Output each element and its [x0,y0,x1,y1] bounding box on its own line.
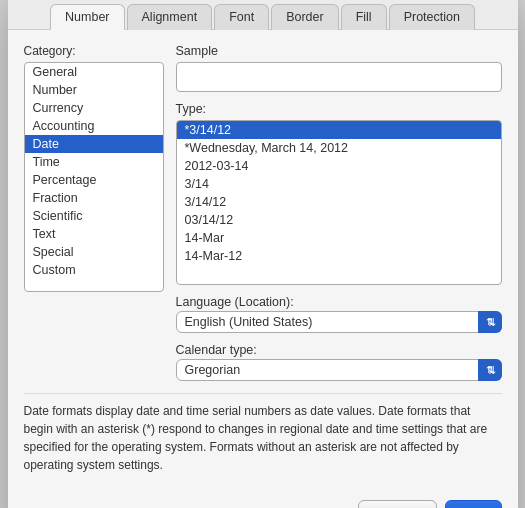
tab-fill[interactable]: Fill [341,4,387,30]
dialog-content: Category: GeneralNumberCurrencyAccountin… [8,30,518,492]
category-panel: Category: GeneralNumberCurrencyAccountin… [24,44,164,381]
sample-label: Sample [176,44,502,58]
language-row: Language (Location): English (United Sta… [176,295,502,333]
category-item-number[interactable]: Number [25,81,163,99]
language-select[interactable]: English (United States) [176,311,502,333]
type-section: Type: *3/14/12*Wednesday, March 14, 2012… [176,102,502,285]
type-item[interactable]: 14-Mar [177,229,501,247]
calendar-label: Calendar type: [176,343,502,357]
tab-protection[interactable]: Protection [389,4,475,30]
type-item[interactable]: 3/14/12 [177,193,501,211]
calendar-select[interactable]: Gregorian [176,359,502,381]
category-item-text[interactable]: Text [25,225,163,243]
type-item[interactable]: *3/14/12 [177,121,501,139]
tab-number[interactable]: Number [50,4,124,30]
calendar-dropdown-wrapper: Gregorian ⇅ [176,359,502,381]
title-bar: Format Cells NumberAlignmentFontBorderFi… [8,0,518,30]
type-item[interactable]: *Wednesday, March 14, 2012 [177,139,501,157]
type-item[interactable]: 03/14/12 [177,211,501,229]
main-row: Category: GeneralNumberCurrencyAccountin… [24,44,502,381]
type-item[interactable]: 3/14 [177,175,501,193]
category-item-currency[interactable]: Currency [25,99,163,117]
category-item-fraction[interactable]: Fraction [25,189,163,207]
type-label: Type: [176,102,502,116]
category-item-custom[interactable]: Custom [25,261,163,279]
right-panel: Sample Type: *3/14/12*Wednesday, March 1… [176,44,502,381]
tab-font[interactable]: Font [214,4,269,30]
calendar-row: Calendar type: Gregorian ⇅ [176,343,502,381]
button-row: Cancel OK [8,492,518,509]
ok-button[interactable]: OK [445,500,502,509]
sample-box [176,62,502,92]
category-item-time[interactable]: Time [25,153,163,171]
type-list[interactable]: *3/14/12*Wednesday, March 14, 20122012-0… [176,120,502,285]
category-list[interactable]: GeneralNumberCurrencyAccountingDateTimeP… [24,62,164,292]
category-item-accounting[interactable]: Accounting [25,117,163,135]
type-item[interactable]: 14-Mar-12 [177,247,501,265]
tab-alignment[interactable]: Alignment [127,4,213,30]
category-label: Category: [24,44,164,58]
category-item-percentage[interactable]: Percentage [25,171,163,189]
tab-bar: NumberAlignmentFontBorderFillProtection [24,3,502,29]
category-item-special[interactable]: Special [25,243,163,261]
language-dropdown-wrapper: English (United States) ⇅ [176,311,502,333]
sample-section: Sample [176,44,502,92]
format-cells-dialog: Format Cells NumberAlignmentFontBorderFi… [8,0,518,508]
cancel-button[interactable]: Cancel [358,500,436,509]
category-item-date[interactable]: Date [25,135,163,153]
description-area: Date formats display date and time seria… [24,393,502,478]
category-item-scientific[interactable]: Scientific [25,207,163,225]
language-label: Language (Location): [176,295,502,309]
category-item-general[interactable]: General [25,63,163,81]
type-item[interactable]: 2012-03-14 [177,157,501,175]
description-text: Date formats display date and time seria… [24,404,488,472]
tab-border[interactable]: Border [271,4,339,30]
